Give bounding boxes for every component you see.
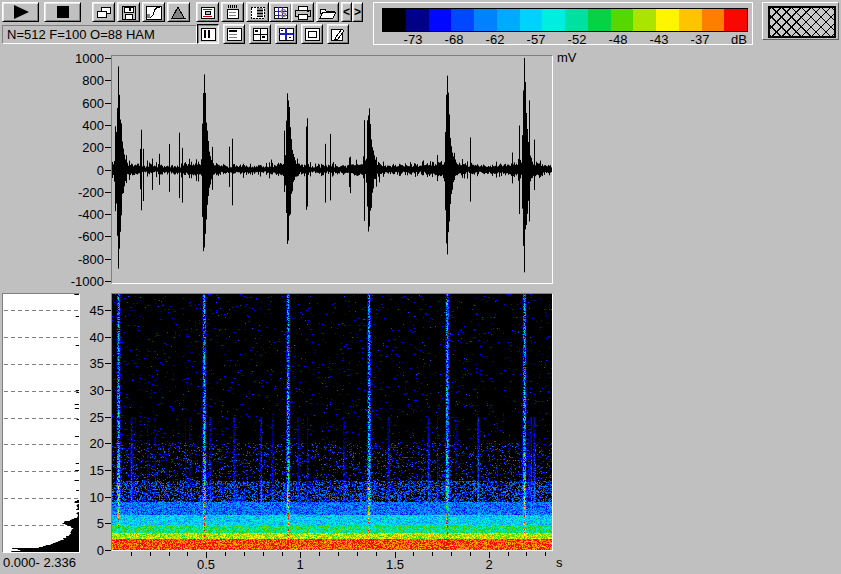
axis-tick bbox=[105, 214, 111, 215]
axis-tick bbox=[105, 58, 111, 59]
pane-list-icon bbox=[226, 27, 243, 42]
waveform-ytick-label: 800 bbox=[54, 73, 104, 88]
axis-tick bbox=[105, 363, 111, 364]
window-function-button[interactable] bbox=[167, 2, 190, 22]
waveform-ytick-label: 0 bbox=[54, 163, 104, 178]
waveform-plot[interactable] bbox=[112, 56, 552, 283]
play-button[interactable] bbox=[2, 2, 39, 22]
color-block-1 bbox=[406, 9, 429, 31]
color-block-8 bbox=[565, 9, 588, 31]
waveform-ytick-label: -600 bbox=[54, 229, 104, 244]
waveform-plot-frame bbox=[111, 55, 553, 284]
axis-tick bbox=[105, 443, 111, 444]
axis-tick bbox=[105, 103, 111, 104]
printer-icon bbox=[294, 5, 311, 20]
scale-settings-button[interactable] bbox=[221, 2, 244, 22]
color-block-13 bbox=[679, 9, 702, 31]
axis-tick bbox=[319, 552, 320, 556]
axis-tick bbox=[105, 337, 111, 338]
color-block-10 bbox=[611, 9, 634, 31]
axis-tick bbox=[376, 552, 377, 556]
print-button[interactable] bbox=[291, 2, 314, 22]
next-button[interactable]: > bbox=[352, 2, 363, 22]
axis-tick bbox=[526, 552, 527, 556]
db-color-scale: -73-68-62-57-52-48-43-37dB bbox=[373, 2, 753, 45]
spectrogram-app-window: S<> N=512 F=100 O=88 HAM -73-68-62-57-52… bbox=[0, 0, 841, 574]
axis-tick bbox=[282, 552, 283, 556]
db-label: -52 bbox=[557, 32, 597, 47]
layout-quad-button[interactable] bbox=[249, 24, 271, 44]
waveform-ytick-label: -800 bbox=[54, 252, 104, 267]
axis-tick bbox=[263, 552, 264, 556]
card-hash-icon bbox=[224, 5, 241, 20]
color-block-6 bbox=[520, 9, 543, 31]
gain-curve-button[interactable] bbox=[142, 2, 165, 22]
axis-tick bbox=[206, 552, 207, 558]
stop-icon bbox=[55, 4, 71, 20]
waveform-ytick-label: 400 bbox=[54, 118, 104, 133]
axis-tick bbox=[105, 259, 111, 260]
axis-tick bbox=[508, 552, 509, 556]
save-button[interactable] bbox=[117, 2, 140, 22]
spectrogram-plot[interactable] bbox=[112, 294, 552, 550]
axis-tick bbox=[105, 523, 111, 524]
layout-cross-button[interactable] bbox=[275, 24, 297, 44]
folder-open-icon bbox=[319, 5, 336, 20]
color-block-9 bbox=[588, 9, 611, 31]
db-label: -43 bbox=[639, 32, 679, 47]
prev-button[interactable]: < bbox=[341, 2, 352, 22]
waveform-ytick-label: -400 bbox=[54, 207, 104, 222]
grid-settings-button[interactable]: S bbox=[269, 2, 292, 22]
hatch-pattern-button[interactable] bbox=[762, 2, 839, 40]
axis-tick bbox=[105, 236, 111, 237]
color-block-5 bbox=[497, 9, 520, 31]
waveform-unit-label: mV bbox=[557, 50, 577, 65]
axis-tick bbox=[105, 170, 111, 171]
db-label: -48 bbox=[598, 32, 638, 47]
color-block-11 bbox=[633, 9, 656, 31]
time-range-label: 0.000- 2.336 bbox=[3, 555, 76, 570]
pane-quad-icon bbox=[252, 27, 269, 42]
shade-settings-button[interactable] bbox=[246, 2, 269, 22]
stop-button[interactable] bbox=[44, 2, 81, 22]
edit-icon bbox=[330, 27, 347, 42]
window-function-icon bbox=[170, 5, 187, 20]
copy-button[interactable] bbox=[92, 2, 115, 22]
color-block-0 bbox=[383, 9, 406, 31]
waveform-ytick-label: -1000 bbox=[54, 274, 104, 289]
axis-tick bbox=[244, 552, 245, 556]
svg-text:S: S bbox=[280, 8, 287, 19]
db-label: -57 bbox=[516, 32, 556, 47]
edit-button[interactable] bbox=[327, 24, 349, 44]
waveform-ytick-label: 1000 bbox=[54, 51, 104, 66]
spectrogram-xtick-label: 1.5 bbox=[378, 557, 412, 572]
layout-list-button[interactable] bbox=[223, 24, 245, 44]
axis-tick bbox=[105, 390, 111, 391]
waveform-ytick-label: -200 bbox=[54, 185, 104, 200]
axis-tick bbox=[105, 147, 111, 148]
waveform-ytick-label: 200 bbox=[54, 140, 104, 155]
spectrogram-xtick-label: 2 bbox=[472, 557, 506, 572]
db-label: -68 bbox=[434, 32, 474, 47]
display-settings-button[interactable] bbox=[196, 2, 219, 22]
axis-tick bbox=[105, 192, 111, 193]
color-block-4 bbox=[474, 9, 497, 31]
axis-tick bbox=[432, 552, 433, 556]
layout-vertical-button[interactable] bbox=[197, 24, 219, 44]
hatch-pattern-icon bbox=[768, 6, 836, 38]
time-unit-label: s bbox=[556, 555, 563, 570]
db-color-gradient bbox=[382, 8, 748, 32]
axis-tick bbox=[105, 470, 111, 471]
copy-icon bbox=[95, 5, 112, 20]
layout-single-button[interactable] bbox=[301, 24, 323, 44]
curve-icon bbox=[145, 5, 162, 20]
axis-tick bbox=[451, 552, 452, 556]
axis-tick bbox=[489, 552, 490, 558]
axis-tick bbox=[105, 125, 111, 126]
pane-cross-icon bbox=[278, 27, 295, 42]
play-icon bbox=[10, 4, 32, 20]
axis-tick bbox=[131, 552, 132, 556]
db-label: -62 bbox=[475, 32, 515, 47]
axis-tick bbox=[338, 552, 339, 556]
open-file-button[interactable] bbox=[316, 2, 339, 22]
